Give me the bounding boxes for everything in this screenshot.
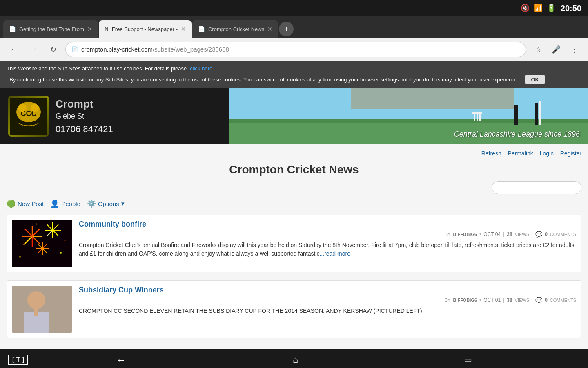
- recents-nav-button[interactable]: ▭: [464, 355, 472, 365]
- fireworks-image: [12, 220, 72, 267]
- tab1-icon: 📄: [9, 26, 16, 32]
- menu-button[interactable]: ⋮: [567, 42, 581, 57]
- meta2-dot1: •: [479, 297, 481, 303]
- nav-bar: ← → ↻ 📄 crompton.play-cricket.com/subsit…: [0, 38, 588, 61]
- options-button[interactable]: ⚙️ Options ▾: [87, 199, 125, 208]
- options-label: Options: [98, 200, 119, 207]
- tab-crompton-cricket[interactable]: 📄 Crompton Cricket News ✕: [192, 20, 278, 38]
- people-button[interactable]: 👤 People: [50, 199, 80, 208]
- cookie-ok-button[interactable]: OK: [525, 75, 545, 84]
- tab3-close[interactable]: ✕: [267, 26, 272, 32]
- meta-commentslabel: COMMENTS: [550, 232, 576, 237]
- news-excerpt-subsidiary: CROMPTON CC SECOND ELEVEN RETAIN THE SUB…: [79, 307, 576, 315]
- svg-point-4: [31, 104, 39, 112]
- header-left: CCC C.C.C. Crompt Glebe St 01706 847421: [0, 88, 229, 144]
- nav-actions: ☆ 🎤 ⋮: [531, 42, 581, 57]
- cookie-text1: This Website and the Sub Sites attached …: [7, 65, 187, 72]
- back-button[interactable]: ←: [7, 42, 21, 57]
- meta2-pipe1: |: [503, 297, 504, 303]
- meta-viewslabel: VIEWS: [515, 232, 529, 237]
- status-icons: 🔇 📶 🔋: [521, 4, 556, 13]
- people-label: People: [61, 200, 80, 207]
- tab3-icon: 📄: [198, 26, 205, 32]
- tab2-label: Free Support - Newspaper -: [112, 26, 178, 32]
- wifi-icon: 📶: [534, 4, 543, 13]
- address-bar[interactable]: 📄 crompton.play-cricket.com/subsite/web_…: [65, 42, 526, 57]
- club-name: Crompt: [56, 98, 113, 110]
- club-address: Glebe St: [56, 112, 113, 121]
- forward-button[interactable]: →: [26, 42, 41, 57]
- new-post-button[interactable]: 🟢 New Post: [7, 199, 44, 208]
- people-icon: 👤: [50, 199, 59, 208]
- news-title-subsidiary[interactable]: Subsidiary Cup Winners: [79, 286, 576, 294]
- meta2-pipe2: |: [532, 297, 533, 303]
- news-title-bonfire[interactable]: Community bonfire: [79, 220, 576, 229]
- new-post-label: New Post: [18, 200, 44, 207]
- tab2-close[interactable]: ✕: [181, 26, 186, 32]
- refresh-link[interactable]: Refresh: [481, 150, 501, 157]
- refresh-button[interactable]: ↻: [46, 42, 60, 57]
- meta2-views: 38: [507, 297, 512, 303]
- toolbar: 🟢 New Post 👤 People ⚙️ Options ▾: [7, 199, 581, 208]
- url-domain: crompton.play-cricket.com: [81, 46, 153, 53]
- page-icon: 📄: [71, 46, 78, 52]
- meta2-commentslabel: COMMENTS: [550, 298, 576, 303]
- page-title: Crompton Cricket News: [7, 160, 581, 181]
- meta-pipe2: |: [532, 231, 533, 237]
- top-links: Refresh Permalink Login Register: [7, 148, 581, 160]
- keyboard-indicator: [ T ]: [8, 355, 28, 365]
- svg-point-45: [65, 240, 66, 241]
- news-excerpt-bonfire: Crompton Cricket Club's annual Bonfire a…: [79, 241, 576, 258]
- meta2-comment-icon: 💬: [535, 297, 542, 303]
- svg-rect-12: [474, 113, 475, 121]
- news-body-subsidiary: Subsidiary Cup Winners BY BIFFOBIG6 • Oc…: [79, 286, 576, 333]
- svg-rect-16: [351, 88, 514, 109]
- tab1-close[interactable]: ✕: [87, 26, 92, 32]
- meta2-author: BIFFOBIG6: [453, 298, 477, 303]
- options-icon: ⚙️: [87, 199, 96, 208]
- bookmark-button[interactable]: ☆: [531, 42, 546, 57]
- main-content: Refresh Permalink Login Register Crompto…: [0, 144, 588, 349]
- news-thumb-bonfire: [12, 220, 72, 267]
- new-post-icon: 🟢: [7, 199, 16, 208]
- svg-rect-11: [539, 101, 541, 125]
- register-link[interactable]: Register: [560, 150, 581, 157]
- svg-point-44: [36, 224, 37, 225]
- svg-point-48: [27, 291, 45, 309]
- cricket-tagline: Central Lancashire League since 1896: [454, 130, 580, 139]
- news-meta-subsidiary: BY BIFFOBIG6 • Oct 01 | 38 VIEWS | 💬 0 C…: [79, 297, 576, 303]
- meta2-viewslabel: VIEWS: [515, 298, 529, 303]
- cookie-text2: . By continuing to use this Website or a…: [7, 76, 519, 83]
- mic-button[interactable]: 🎤: [549, 42, 564, 57]
- read-more-bonfire[interactable]: ...read more: [319, 250, 350, 257]
- header-right: Central Lancashire League since 1896: [229, 88, 588, 144]
- svg-rect-15: [472, 112, 482, 114]
- muted-icon: 🔇: [521, 4, 530, 13]
- news-meta-bonfire: BY BIFFOBIG6 • Oct 04 | 28 VIEWS | 💬 0 C…: [79, 231, 576, 238]
- tab-getting-best-tone[interactable]: 📄 Getting the Best Tone From ✕: [3, 20, 98, 38]
- header-text: Crompt Glebe St 01706 847421: [56, 98, 113, 135]
- svg-rect-13: [477, 113, 478, 121]
- svg-rect-8: [229, 119, 588, 123]
- new-tab-button[interactable]: +: [279, 22, 294, 36]
- meta2-date: Oct 01: [483, 297, 501, 303]
- login-link[interactable]: Login: [540, 150, 554, 157]
- meta-dot1: •: [479, 231, 481, 237]
- permalink-link[interactable]: Permalink: [508, 150, 533, 157]
- site-content: CCC C.C.C. Crompt Glebe St 01706 847421: [0, 88, 588, 349]
- meta2-comments: 0: [545, 297, 548, 303]
- svg-point-43: [60, 252, 62, 254]
- site-header: CCC C.C.C. Crompt Glebe St 01706 847421: [0, 88, 588, 144]
- news-item-subsidiary: Subsidiary Cup Winners BY BIFFOBIG6 • Oc…: [7, 280, 581, 338]
- options-chevron: ▾: [121, 200, 125, 207]
- svg-rect-10: [535, 103, 538, 125]
- svg-point-46: [19, 256, 21, 258]
- back-nav-button[interactable]: ←: [116, 354, 127, 366]
- home-nav-button[interactable]: ⌂: [293, 355, 298, 365]
- tab-free-support[interactable]: N Free Support - Newspaper - ✕: [99, 20, 192, 38]
- meta-by: BY: [445, 232, 451, 237]
- cookie-link[interactable]: click here: [190, 65, 212, 72]
- search-input[interactable]: [492, 181, 581, 194]
- person-image: [12, 286, 72, 333]
- svg-point-42: [23, 244, 25, 245]
